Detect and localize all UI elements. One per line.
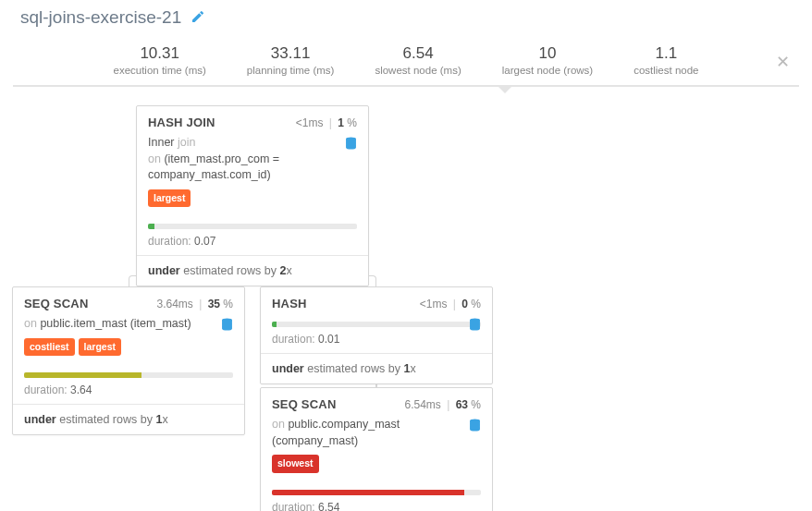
node-header: HASH <1ms | 0 % [261, 287, 492, 314]
separator: | [199, 298, 202, 310]
stat-largest-node: 10 largest node (rows) [502, 44, 593, 76]
stat-slowest-node: 6.54 slowest node (ms) [375, 44, 461, 76]
page-title: sql-joins-exercise-21 [20, 7, 181, 28]
node-header: SEQ SCAN 3.64ms | 35 % [13, 287, 244, 314]
badge-largest: largest [148, 189, 191, 208]
node-stats: 3.64ms | 35 % [156, 298, 233, 310]
node-body [261, 314, 492, 318]
stats-bar: 10.31 execution time (ms) 33.11 planning… [13, 39, 799, 87]
node-footer: under estimated rows by 2x [137, 255, 368, 286]
node-stats: <1ms | 0 % [420, 298, 481, 310]
database-icon[interactable] [469, 419, 481, 437]
badge-costliest: costliest [24, 338, 75, 357]
node-duration-short: 3.64ms [156, 298, 192, 310]
node-pct: 1 % [338, 116, 357, 129]
node-detail: on public.item_mast (item_mast) [24, 316, 233, 333]
edit-icon[interactable] [191, 9, 205, 27]
node-title: SEQ SCAN [272, 397, 337, 411]
node-header: HASH JOIN <1ms | 1 % [137, 106, 368, 133]
node-title: HASH [272, 297, 307, 310]
node-body: Inner join on (item_mast.pro_com = compa… [137, 133, 368, 214]
badges: slowest [272, 455, 481, 473]
node-pct: 63 % [456, 398, 481, 411]
separator: | [453, 298, 456, 310]
stat-value: 10 [502, 44, 593, 63]
badge-slowest: slowest [272, 455, 319, 473]
duration-line: duration: 3.64 [13, 378, 244, 404]
node-pct: 35 % [208, 298, 233, 310]
node-detail: on public.company_mast (company_mast) [272, 417, 481, 449]
database-icon[interactable] [469, 318, 481, 336]
duration-line: duration: 0.07 [137, 229, 368, 255]
stat-execution-time: 10.31 execution time (ms) [113, 44, 205, 76]
node-title: SEQ SCAN [24, 297, 89, 310]
stat-label: costliest node [634, 65, 698, 76]
stat-label: largest node (rows) [502, 65, 593, 76]
badges: largest [148, 189, 357, 208]
node-duration-short: <1ms [420, 298, 448, 310]
stat-value: 1.1 [634, 44, 698, 63]
node-seq-scan-item-mast[interactable]: SEQ SCAN 3.64ms | 35 % on public.item_ma… [12, 286, 245, 435]
node-footer: under estimated rows by 1x [13, 404, 244, 434]
stat-value: 10.31 [113, 44, 205, 63]
pointer-down-icon [497, 85, 513, 93]
node-pct: 0 % [461, 298, 481, 310]
node-detail: on (item_mast.pro_com = company_mast.com… [148, 152, 357, 184]
stat-value: 6.54 [375, 44, 461, 63]
node-header: SEQ SCAN 6.54ms | 63 % [261, 388, 492, 415]
badges: costliest largest [24, 338, 233, 357]
plan-canvas: HASH JOIN <1ms | 1 % Inner join on (item… [0, 105, 812, 511]
database-icon[interactable] [345, 137, 357, 155]
node-duration-short: 6.54ms [404, 398, 440, 411]
stat-label: planning time (ms) [247, 65, 335, 76]
node-footer: under estimated rows by 1x [261, 353, 492, 383]
stat-value: 33.11 [247, 44, 335, 63]
node-title: HASH JOIN [148, 116, 215, 129]
stat-label: execution time (ms) [113, 65, 205, 76]
badge-largest: largest [79, 338, 121, 357]
node-hash-join[interactable]: HASH JOIN <1ms | 1 % Inner join on (item… [136, 105, 369, 286]
node-stats: <1ms | 1 % [296, 116, 357, 129]
node-body: on public.item_mast (item_mast) costlies… [13, 314, 244, 363]
node-body: on public.company_mast (company_mast) sl… [261, 415, 492, 481]
node-detail: Inner join [148, 135, 357, 152]
separator: | [329, 116, 332, 129]
node-seq-scan-company-mast[interactable]: SEQ SCAN 6.54ms | 63 % on public.company… [260, 387, 493, 511]
stat-costliest-node: 1.1 costliest node [634, 44, 698, 76]
separator: | [447, 398, 449, 411]
node-hash[interactable]: HASH <1ms | 0 % duration: 0.01 under est… [260, 286, 493, 384]
duration-line: duration: 0.01 [261, 327, 492, 353]
stat-planning-time: 33.11 planning time (ms) [247, 44, 335, 76]
node-stats: 6.54ms | 63 % [404, 398, 481, 411]
node-duration-short: <1ms [296, 116, 324, 129]
database-icon[interactable] [221, 318, 233, 336]
title-row: sql-joins-exercise-21 [0, 0, 812, 39]
stat-label: slowest node (ms) [375, 65, 461, 76]
duration-line: duration: 6.54 [261, 495, 492, 511]
close-icon[interactable]: ✕ [776, 52, 790, 72]
